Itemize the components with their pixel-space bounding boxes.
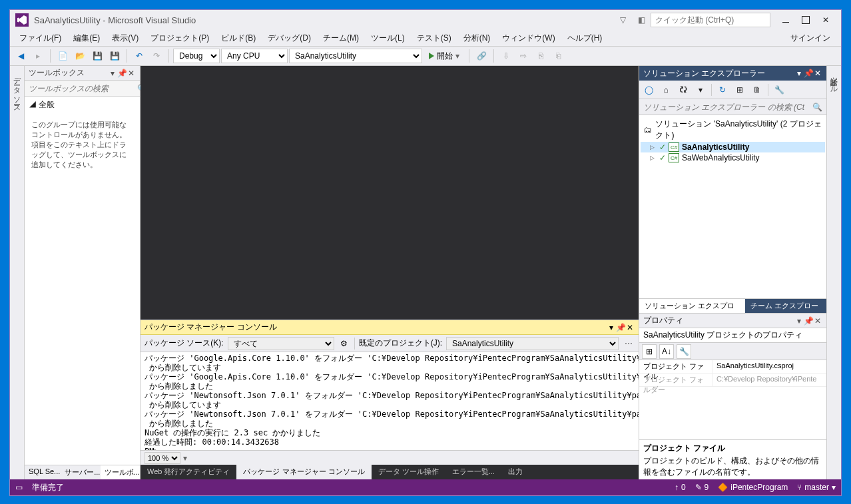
feedback-icon[interactable]: ◧ [635,13,648,27]
save-all-button[interactable]: 💾 [107,48,123,64]
props-row-projectfile[interactable]: プロジェクト ファイル SaAnalyticsUtility.csproj [639,360,826,374]
collapse-icon[interactable]: ⊞ [733,83,746,97]
menu-file[interactable]: ファイル(F) [14,31,67,45]
undo-button[interactable]: ↶ [131,48,147,64]
open-file-button[interactable]: 📂 [72,48,88,64]
quick-launch-input[interactable] [651,13,770,27]
menu-project[interactable]: プロジェクト(P) [145,31,214,45]
comment-icon[interactable]: ⎘ [533,48,549,64]
props-object-select[interactable]: SaAnalyticsUtility プロジェクトのプロパティ [639,328,826,343]
tree-solution-root[interactable]: 🗂 ソリューション 'SaAnalyticsUtility' (2 プロジェクト… [641,118,825,142]
maximize-button[interactable] [796,13,816,27]
new-project-button[interactable]: 📄 [55,48,71,64]
uncomment-icon[interactable]: ⎗ [550,48,566,64]
pmc-zoom-select[interactable]: 100 % [144,452,180,464]
menu-debug[interactable]: デバッグ(D) [262,31,316,45]
pmc-defproj-select[interactable]: SaAnalyticsUtility [446,337,619,350]
pmc-extra-icon[interactable]: ⋯ [623,339,635,348]
close-pane-icon[interactable]: ✕ [127,69,136,78]
tab-teamexp[interactable]: チーム エクスプローラー [745,299,826,313]
refresh-icon[interactable]: ↻ [716,83,729,97]
status-branch[interactable]: ⑂ master ▾ [797,483,836,492]
tab-solexp[interactable]: ソリューション エクスプローラー [639,299,745,313]
tab-datasource[interactable]: データ ソース [11,69,23,113]
dropdown-icon[interactable]: ▾ [108,69,117,78]
nav-back-button[interactable]: ◀ [13,48,29,64]
pmc-output[interactable]: パッケージ 'Google.Apis.Core 1.10.0' をフォルダー '… [141,352,639,450]
back-icon[interactable]: ◯ [642,83,655,97]
startup-select[interactable]: SaAnalyticsUtility [289,49,422,63]
pmc-source-select[interactable]: すべて [228,337,334,350]
tab-toolbox[interactable]: ツールボ... [101,465,140,479]
tab-sql[interactable]: SQL Se... [25,465,61,479]
menu-edit[interactable]: 編集(E) [68,31,105,45]
close-pane-icon[interactable]: ✕ [813,316,822,326]
notifications-icon[interactable]: ▽ [616,13,629,27]
props-row-projectfolder[interactable]: プロジェクト フォルダー C:¥Develop Repository¥iPent… [639,374,826,387]
tab-errorlist[interactable]: エラー一覧... [445,465,501,479]
status-pending-down[interactable]: ✎ 9 [695,483,709,492]
step-over-icon[interactable]: ⇨ [515,48,531,64]
minimize-button[interactable] [776,13,796,27]
toolbox-tabs: SQL Se... サーバー... ツールボ... [25,465,140,479]
tree-project-1[interactable]: ▷ ✓ C# SaAnalyticsUtility [641,142,825,152]
start-button[interactable]: 開始▾ [424,51,465,62]
dropdown-icon[interactable]: ▾ [794,69,804,78]
alphabetical-icon[interactable]: A↓ [659,344,674,359]
menu-analyze[interactable]: 分析(N) [458,31,496,45]
props-toolbar: ⊞ A↓ 🔧 [639,343,826,360]
pmc-footer: 100 % ▾ [141,450,639,465]
expand-icon[interactable]: ▷ [650,144,657,150]
menu-test[interactable]: テスト(S) [412,31,457,45]
toolbox-group-header[interactable]: ◢ 全般 [25,97,140,113]
pin-icon[interactable]: 📌 [804,69,813,78]
preview-icon[interactable]: ▾ [694,83,707,97]
menu-help[interactable]: ヘルプ(H) [562,31,608,45]
step-into-icon[interactable]: ⇩ [498,48,514,64]
tree-project-2[interactable]: ▷ ✓ C# SaWebAnalyticsUtility [641,152,825,163]
tab-webpublish[interactable]: Web 発行アクティビティ [141,465,236,479]
dropdown-icon[interactable]: ▾ [607,323,616,332]
tab-datatools[interactable]: データ ツール操作 [372,465,445,479]
platform-select[interactable]: Any CPU [221,49,288,63]
toolbox-pane: ツールボックス ▾ 📌 ✕ 🔍 ◢ 全般 このグループには使用可能なコントロール… [25,66,141,479]
tab-diagnostics[interactable]: 診断ツール [828,69,840,94]
signin-link[interactable]: サインイン [784,31,837,45]
pmc-source-label: パッケージ ソース(K): [144,338,224,349]
gear-icon[interactable]: ⚙ [338,339,350,348]
search-icon[interactable]: 🔍 [808,103,826,112]
menu-tool[interactable]: ツール(L) [366,31,410,45]
properties-icon[interactable]: 🔧 [772,83,786,97]
solexp-search-input[interactable] [639,103,808,112]
menu-build[interactable]: ビルド(B) [216,31,261,45]
redo-button[interactable]: ↷ [148,48,164,64]
tab-server[interactable]: サーバー... [61,465,100,479]
pin-icon[interactable]: 📌 [117,69,127,78]
status-publish-up[interactable]: ↑ 0 [675,483,686,492]
close-pane-icon[interactable]: ✕ [813,69,822,78]
toolbox-search-input[interactable] [25,84,133,93]
showall-icon[interactable]: 🗎 [750,83,764,97]
config-select[interactable]: Debug [173,49,220,63]
home-icon[interactable]: ⌂ [659,83,673,97]
dropdown-icon[interactable]: ▾ [794,316,804,326]
categorized-icon[interactable]: ⊞ [642,344,657,359]
tab-pmc[interactable]: パッケージ マネージャー コンソール [236,465,371,479]
close-pane-icon[interactable]: ✕ [625,323,635,332]
nav-fwd-button[interactable]: ▸ [30,48,46,64]
tab-output[interactable]: 出力 [501,465,529,479]
status-repo[interactable]: 🔶 iPentecProgram [718,483,788,492]
window-title: SaAnalyticsUtility - Microsoft Visual St… [34,15,196,25]
save-button[interactable]: 💾 [89,48,105,64]
props-description: プロジェクト ファイル プロジェクトのビルド、構成、およびその他の情報を含むファ… [639,439,826,479]
sync-icon[interactable]: 🗘 [677,83,690,97]
pin-icon[interactable]: 📌 [804,316,813,326]
expand-icon[interactable]: ▷ [650,154,657,161]
menu-window[interactable]: ウィンドウ(W) [497,31,560,45]
pin-icon[interactable]: 📌 [616,323,625,332]
browser-link-icon[interactable]: 🔗 [473,48,489,64]
wrench-icon[interactable]: 🔧 [677,344,691,359]
menu-view[interactable]: 表示(V) [107,31,144,45]
close-button[interactable] [816,13,836,27]
menu-team[interactable]: チーム(M) [318,31,364,45]
